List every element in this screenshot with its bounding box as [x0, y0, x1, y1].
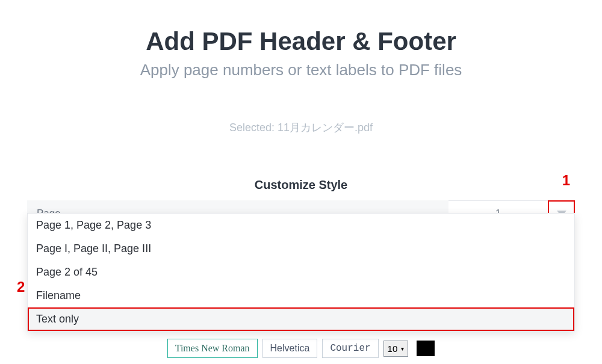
- annotation-marker-2: 2: [17, 279, 25, 295]
- font-color-swatch[interactable]: [417, 341, 435, 356]
- selected-file-label: Selected: 11月カレンダー.pdf: [0, 120, 602, 135]
- customize-style-heading: Customize Style: [0, 178, 602, 192]
- selected-prefix: Selected:: [229, 122, 278, 134]
- style-option-text-only[interactable]: Text only: [28, 307, 574, 331]
- annotation-marker-1: 1: [562, 172, 570, 189]
- font-size-select[interactable]: 10 ▾: [383, 341, 409, 357]
- page-title: Add PDF Header & Footer: [0, 27, 602, 56]
- font-size-value: 10: [388, 344, 398, 354]
- style-option-page-arabic[interactable]: Page 1, Page 2, Page 3: [28, 214, 574, 237]
- style-option-filename[interactable]: Filename: [28, 284, 574, 307]
- font-row: Times New Roman Helvetica Courier 10 ▾: [0, 339, 602, 358]
- font-courier-button[interactable]: Courier: [322, 339, 378, 358]
- style-option-page-roman[interactable]: Page I, Page II, Page III: [28, 237, 574, 261]
- chevron-down-icon: ▾: [401, 345, 404, 352]
- page-subtitle: Apply page numbers or text labels to PDF…: [0, 61, 602, 79]
- style-dropdown-panel: Page 1, Page 2, Page 3 Page I, Page II, …: [27, 213, 575, 332]
- font-helvetica-button[interactable]: Helvetica: [262, 339, 318, 358]
- font-times-button[interactable]: Times New Roman: [167, 339, 258, 358]
- style-option-page-of-total[interactable]: Page 2 of 45: [28, 261, 574, 284]
- selected-filename: 11月カレンダー.pdf: [278, 122, 373, 134]
